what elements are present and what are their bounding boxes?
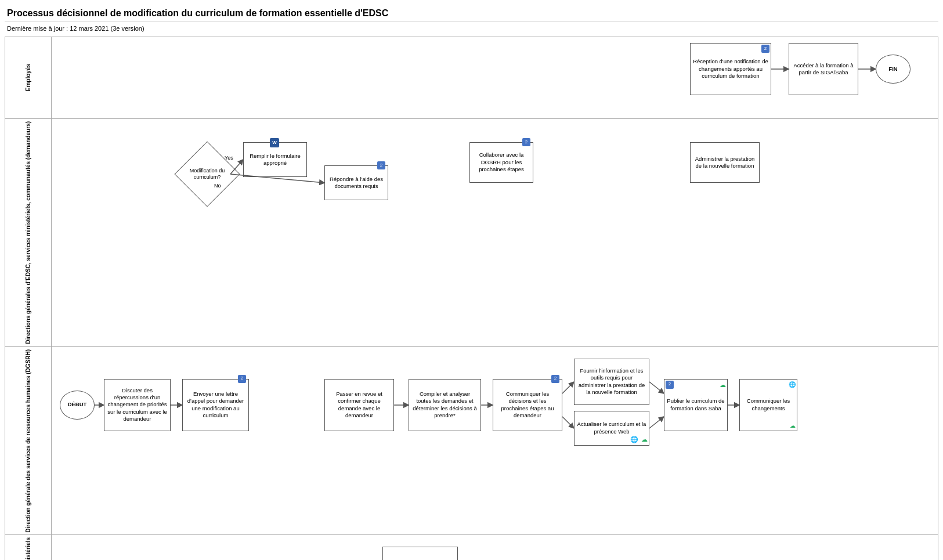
badge-repondre: 2 [377,161,385,169]
icon-internet-actualiser: 🌐 [630,435,638,443]
page: Processus décisionnel de modification du… [0,0,943,560]
lane-communautes: Communautés et réseaux ministériels Soll… [5,535,938,560]
box-discuter: Discuter des répercussions d'un changeme… [104,379,171,431]
lane-directions: Directions générales d'EDSC, services mi… [5,119,938,347]
lane-dgsrh: Direction générale des services de resso… [5,347,938,536]
box-publier: Publier le curriculum de formation dans … [664,379,728,431]
svg-line-11 [562,382,574,393]
lane-content-employees: Réception d'une notification de changeme… [52,37,938,118]
badge-collaborer: 2 [522,138,530,146]
svg-line-13 [649,382,664,393]
box-actualiser: Actualiser le curriculum et la présence … [574,411,649,446]
box-debut: DÉBUT [60,391,95,420]
icon-saba-comm2: ☁ [790,422,796,429]
box-remplir: Remplir le formulaire approprié W [243,142,307,177]
lane-content-communautes: Solliciter l'opinion des intervenants po… [52,535,938,560]
lane-content-dgsrh: DÉBUT Discuter des répercussions d'un ch… [52,347,938,463]
diamond-modification: Modification du curriculum? [174,141,240,207]
lane-label-directions: Directions générales d'EDSC, services mi… [5,119,52,346]
box-acceder: Accéder à la formation à partir de SIGA/… [789,43,858,95]
badge-word-remplir: W [270,138,279,147]
box-fin: FIN [876,55,911,84]
box-passer: Passer en revue et confirmer chaque dema… [324,379,394,431]
box-administrer: Administrer la prestation de la nouvelle… [690,142,760,183]
page-title: Processus décisionnel de modification du… [5,5,938,21]
label-no: No [214,183,221,189]
icon-saba-publier: ☁ [720,381,726,389]
box-collaborer: Collaborer avec la DGSRH pour les procha… [469,142,533,183]
box-envoyer: Envoyer une lettre d'appel pour demander… [182,379,249,431]
box-compiler: Compiler et analyser toutes les demandes… [409,379,481,431]
svg-line-14 [649,417,664,428]
page-subtitle: Dernière mise à jour : 12 mars 2021 (3e … [5,24,938,34]
svg-line-12 [562,417,574,428]
badge-reception: 2 [761,45,769,53]
badge-publier: 2 [666,381,674,389]
lane-label-employees: Employés [5,37,52,118]
badge-envoyer: 2 [238,375,246,383]
diagram-wrapper: Employés Réception d'une notification de… [5,37,938,560]
box-fournir: Fournir l'information et les outils requ… [574,359,649,405]
lane-employees: Employés Réception d'une notification de… [5,37,938,119]
box-solliciter: Solliciter l'opinion des intervenants po… [382,547,458,560]
label-yes: Yes [225,155,233,161]
lane-label-communautes: Communautés et réseaux ministériels [5,535,52,560]
box-communiquer2: Communiquer les changements 🌐 ☁ [739,379,797,431]
badge-communiquer: 2 [551,375,559,383]
lane-content-directions: Modification du curriculum? Yes No Rempl… [52,119,938,218]
box-repondre: Répondre à l'aide des documents requis 2 [324,165,388,200]
lane-label-dgsrh: Direction générale des services de resso… [5,347,52,535]
box-reception: Réception d'une notification de changeme… [690,43,771,95]
box-communiquer: Communiquer les décisions et les prochai… [493,379,562,431]
icon-saba-actualiser: ☁ [641,435,648,443]
icon-internet-comm2: 🌐 [789,381,796,388]
